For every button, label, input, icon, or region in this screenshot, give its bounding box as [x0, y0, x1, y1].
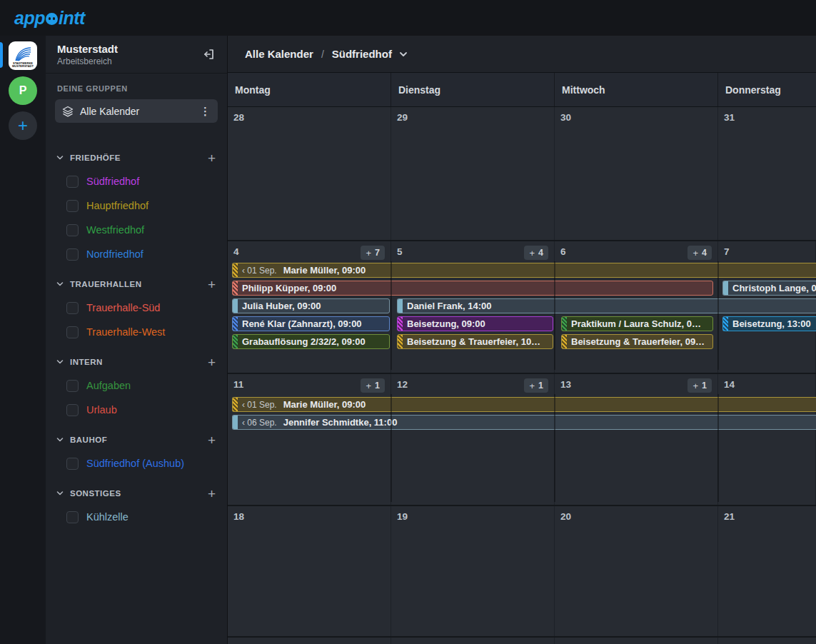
sidebar-item-südfriedhof[interactable]: Südfriedhof	[46, 169, 227, 193]
day-cell[interactable]: 28	[228, 107, 391, 240]
sidebar-item-westfriedhof[interactable]: Westfriedhof	[46, 218, 227, 242]
day-cell[interactable]: 18	[228, 506, 391, 636]
add-calendar-icon[interactable]: +	[208, 356, 216, 369]
date-number: 4	[233, 246, 239, 257]
sidebar-item-trauerhalle-süd[interactable]: Trauerhalle-Süd	[46, 296, 227, 320]
sidebar-item-südfriedhof-aushub-[interactable]: Südfriedhof (Aushub)	[46, 451, 227, 476]
day-cell[interactable]: 11+1	[228, 374, 391, 505]
add-calendar-icon[interactable]: +	[208, 151, 216, 165]
sidebar-item-aufgaben[interactable]: Aufgaben	[46, 373, 227, 398]
calendar-checkbox[interactable]	[66, 302, 79, 314]
event-bar[interactable]: René Klar (Zahnarzt), 09:00	[232, 316, 390, 331]
event-label: Daniel Frank, 14:00	[407, 301, 492, 311]
more-events-badge[interactable]: +4	[687, 246, 712, 260]
user-avatar[interactable]: P	[9, 76, 37, 105]
more-events-badge[interactable]: +7	[361, 246, 385, 260]
recurring-event-marker	[233, 281, 238, 295]
event-bar[interactable]: ‹ 06 Sep.Jennifer Schmidtke, 11:00	[232, 415, 816, 430]
event-label: Christoph Lange, 09:00	[732, 283, 816, 293]
more-events-badge[interactable]: +4	[524, 246, 548, 260]
add-calendar-icon[interactable]: +	[208, 487, 216, 500]
day-cell[interactable]	[228, 638, 391, 644]
group-section-header[interactable]: SONSTIGES+	[46, 482, 227, 505]
calendar-checkbox[interactable]	[66, 511, 79, 523]
add-workspace-button[interactable]: +	[9, 111, 37, 140]
day-cell[interactable]	[555, 638, 718, 644]
calendar-checkbox[interactable]	[66, 176, 79, 188]
event-title: Daniel Frank, 14:00	[403, 301, 496, 311]
calendar-checkbox[interactable]	[66, 404, 79, 416]
active-workspace-indicator	[0, 42, 3, 68]
event-bar[interactable]: Beisetzung & Trauerfeier, 09…	[561, 334, 713, 349]
event-bar[interactable]: ‹ 01 Sep.Marie Müller, 09:00	[232, 263, 816, 278]
sidebar-item-urlaub[interactable]: Urlaub	[46, 398, 227, 422]
sidebar-item-nordfriedhof[interactable]: Nordfriedhof	[46, 242, 227, 266]
plus-icon: +	[692, 381, 698, 391]
date-number: 20	[560, 511, 571, 522]
event-bar[interactable]: Beisetzung, 09:00	[397, 316, 553, 331]
calendar-checkbox[interactable]	[66, 248, 79, 261]
event-bar[interactable]: Praktikum / Laura Schulz, 0…	[561, 316, 713, 331]
day-cell[interactable]: 31	[718, 107, 816, 240]
more-events-count: 4	[538, 248, 543, 258]
calendar-label: Trauerhalle-Süd	[86, 302, 160, 313]
calendar-checkbox[interactable]	[66, 458, 79, 470]
more-events-badge[interactable]: +1	[361, 378, 385, 393]
day-cell[interactable]	[718, 638, 816, 644]
event-title: Grabauflösung 2/32/2, 09:00	[238, 336, 370, 347]
weekday-header-mittwoch: Mittwoch	[555, 73, 718, 106]
group-section-name: BAUHOF	[70, 436, 208, 444]
breadcrumb-current[interactable]: Südfriedhof	[332, 48, 392, 60]
sidebar-item-trauerhalle-west[interactable]: Trauerhalle-West	[46, 320, 227, 344]
event-bar[interactable]: Philipp Küpper, 09:00	[232, 281, 713, 296]
calendar-checkbox[interactable]	[66, 224, 79, 236]
group-section-header[interactable]: FRIEDHÖFE+	[46, 146, 227, 169]
calendar-checkbox[interactable]	[66, 326, 79, 338]
breadcrumb-root[interactable]: Alle Kalender	[245, 48, 313, 60]
event-bar[interactable]: Grabauflösung 2/32/2, 09:00	[232, 334, 390, 349]
add-calendar-icon[interactable]: +	[208, 433, 216, 447]
day-cell[interactable]: 13+1	[555, 374, 718, 505]
date-number: 30	[560, 112, 571, 123]
event-bar[interactable]: ‹ 01 Sep.Marie Müller, 09:00	[232, 397, 816, 412]
kebab-menu-icon[interactable]: ⋮	[200, 105, 211, 118]
event-bar[interactable]: Christoph Lange, 09:00	[722, 281, 816, 296]
more-events-badge[interactable]: +1	[687, 378, 712, 393]
date-number: 29	[397, 112, 408, 123]
day-cell[interactable]: 29	[391, 107, 555, 240]
day-cell[interactable]: 14	[718, 374, 816, 505]
day-cell[interactable]: 21	[718, 506, 816, 636]
weekday-header-donnerstag: Donnerstag	[718, 73, 816, 106]
calendar-checkbox[interactable]	[66, 200, 79, 212]
event-bar[interactable]: Beisetzung, 13:00	[722, 316, 816, 331]
sidebar-item-alle-kalender[interactable]: Alle Kalender ⋮	[55, 99, 218, 123]
alle-kalender-label: Alle Kalender	[80, 106, 200, 117]
group-section-header[interactable]: INTERN+	[46, 351, 227, 373]
chevron-down-icon[interactable]	[398, 49, 408, 59]
sidebar-item-hauptfriedhof[interactable]: Hauptfriedhof	[46, 193, 227, 218]
event-bar[interactable]: Julia Huber, 09:00	[232, 298, 390, 313]
day-cell[interactable]: 19	[391, 506, 555, 636]
chevron-down-icon	[56, 154, 64, 162]
recurring-event-marker	[233, 335, 238, 348]
day-cell[interactable]	[391, 638, 555, 644]
date-number: 31	[724, 112, 735, 123]
day-cell[interactable]: 20	[555, 506, 718, 636]
group-section-header[interactable]: TRAUERHALLEN+	[46, 273, 227, 296]
day-cell[interactable]: 12+1	[391, 374, 555, 505]
group-section-header[interactable]: BAUHOF+	[46, 428, 227, 451]
chevron-down-icon	[56, 489, 64, 498]
recurring-event-marker	[398, 335, 403, 348]
collapse-sidebar-icon[interactable]	[203, 48, 216, 61]
day-cell[interactable]: 30	[555, 107, 718, 240]
group-section: SONSTIGES+Kühlzelle	[46, 482, 227, 529]
workspace-logo-button[interactable]: STADTWERKE MUSTERSTADT	[9, 41, 37, 70]
add-calendar-icon[interactable]: +	[208, 278, 216, 291]
more-events-count: 7	[375, 248, 380, 258]
more-events-badge[interactable]: +1	[524, 378, 548, 393]
event-bar[interactable]: Beisetzung & Trauerfeier, 10…	[397, 334, 553, 349]
event-bar[interactable]: Daniel Frank, 14:00	[397, 298, 816, 313]
sidebar-item-kühlzelle[interactable]: Kühlzelle	[46, 505, 227, 529]
calendar-label: Trauerhalle-West	[86, 326, 165, 338]
calendar-checkbox[interactable]	[66, 380, 79, 392]
